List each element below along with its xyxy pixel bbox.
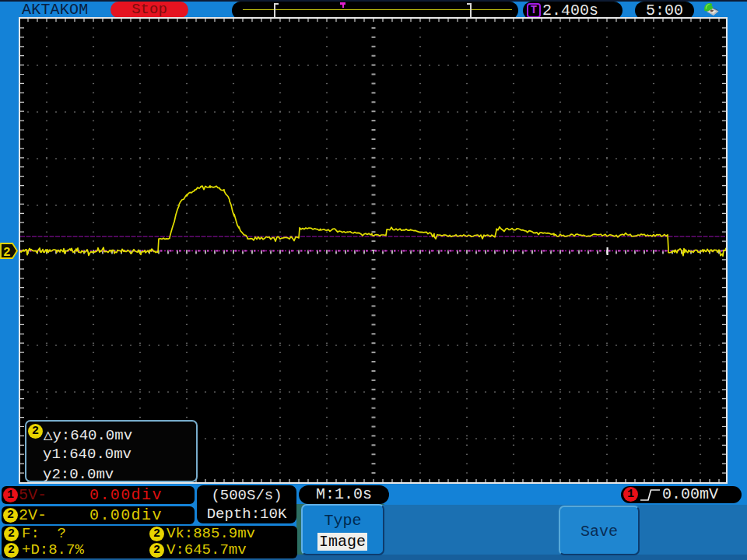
- svg-text:2: 2: [3, 246, 11, 260]
